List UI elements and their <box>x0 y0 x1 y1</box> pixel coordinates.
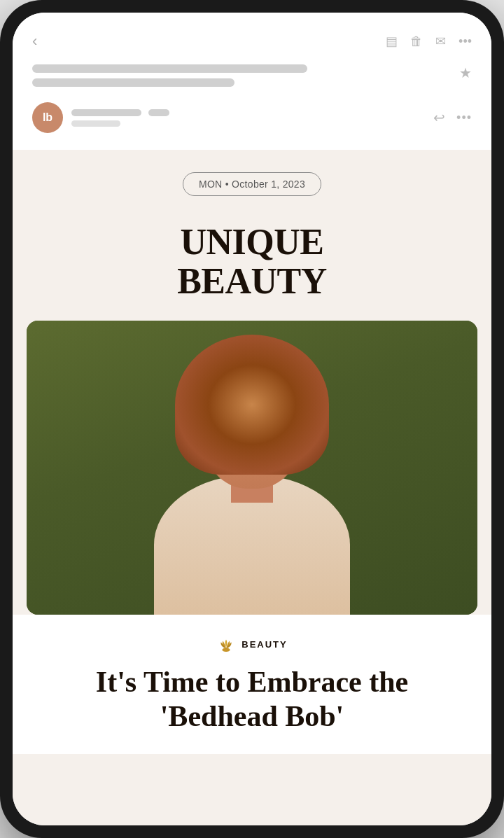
email-toolbar: ‹ ▤ 🗑 ✉ ••• <box>32 32 472 50</box>
article-title-text: It's Time to Embrace the 'Bedhead Bob' <box>96 666 408 732</box>
sender-name-bar <box>71 109 169 116</box>
newsletter-title-wrapper: UNIQUE BEAUTY <box>13 210 491 321</box>
email-header: ‹ ▤ 🗑 ✉ ••• ★ lb <box>13 13 491 150</box>
newsletter-title-line1: UNIQUE <box>180 222 323 262</box>
email-content: MON • October 1, 2023 UNIQUE BEAUTY <box>13 150 491 825</box>
reply-icon[interactable]: ↩ <box>433 109 445 126</box>
article-title: It's Time to Embrace the 'Bedhead Bob' <box>41 665 463 733</box>
mail-icon[interactable]: ✉ <box>435 34 446 49</box>
hero-image-wrapper <box>13 321 491 615</box>
sender-dash <box>148 109 169 116</box>
sender-actions: ↩ ••• <box>433 109 472 126</box>
category-badge: BEAUTY <box>41 636 463 652</box>
lotus-icon <box>216 636 236 652</box>
date-text: MON • October 1, 2023 <box>199 179 305 190</box>
sender-row: lb ↩ ••• <box>32 97 472 139</box>
subject-line-1 <box>32 64 307 73</box>
person-hair <box>175 335 329 475</box>
date-pill: MON • October 1, 2023 <box>183 172 321 196</box>
sender-info <box>71 109 169 127</box>
subject-line-2 <box>32 78 234 87</box>
sender-left: lb <box>32 102 169 133</box>
more-options-icon[interactable]: ••• <box>458 34 472 49</box>
phone-screen: ‹ ▤ 🗑 ✉ ••• ★ lb <box>13 13 491 825</box>
archive-icon[interactable]: ▤ <box>386 34 398 49</box>
sender-initials: lb <box>43 111 52 124</box>
sender-name-line <box>71 109 141 116</box>
sender-sub-line <box>71 120 120 127</box>
toolbar-right: ▤ 🗑 ✉ ••• <box>386 34 472 49</box>
newsletter-container: MON • October 1, 2023 UNIQUE BEAUTY <box>13 150 491 754</box>
newsletter-title-line2: BEAUTY <box>177 261 327 301</box>
hero-image <box>27 321 477 615</box>
sender-avatar: lb <box>32 102 63 133</box>
toolbar-left: ‹ <box>32 32 37 50</box>
delete-icon[interactable]: 🗑 <box>410 34 423 49</box>
sender-more-icon[interactable]: ••• <box>456 111 472 125</box>
star-icon[interactable]: ★ <box>459 64 472 81</box>
date-pill-wrapper: MON • October 1, 2023 <box>13 150 491 210</box>
back-button[interactable]: ‹ <box>32 32 37 50</box>
subject-area: ★ <box>32 64 472 87</box>
content-section: BEAUTY It's Time to Embrace the 'Bedhead… <box>13 615 491 754</box>
phone-frame: ‹ ▤ 🗑 ✉ ••• ★ lb <box>0 0 504 838</box>
category-label: BEAUTY <box>241 639 287 650</box>
svg-point-0 <box>223 648 230 652</box>
newsletter-title: UNIQUE BEAUTY <box>41 223 463 301</box>
